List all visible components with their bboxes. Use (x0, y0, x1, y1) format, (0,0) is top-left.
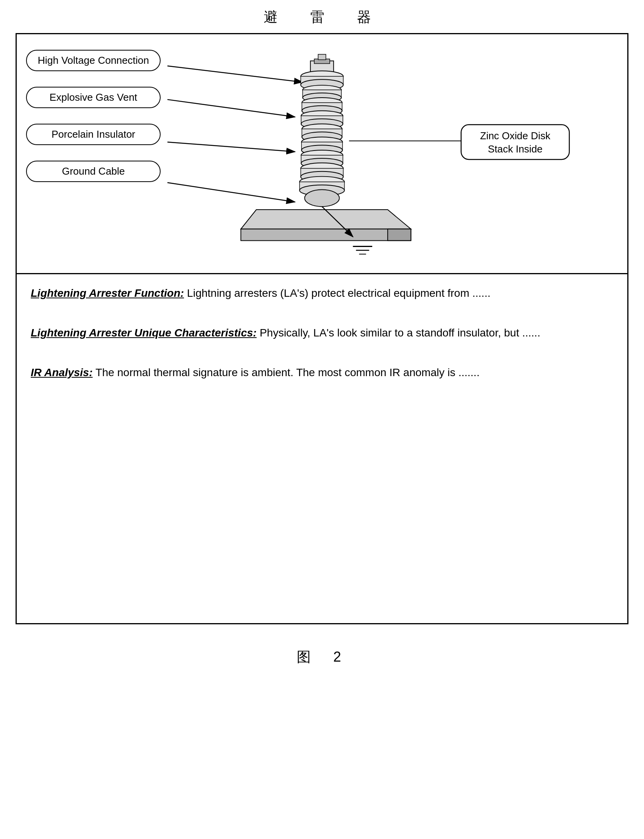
diagram-box: High Voltage Connection Explosive Gas Ve… (16, 33, 628, 274)
diagram-svg: Zinc Oxide Disk Stack Inside (17, 34, 627, 273)
characteristics-text: Physically, LA's look similar to a stand… (257, 327, 541, 339)
function-label: Lightening Arrester Function: (31, 287, 184, 299)
svg-marker-38 (388, 229, 411, 241)
svg-line-0 (168, 66, 303, 82)
figure-label: 图 (297, 649, 317, 665)
svg-line-3 (168, 183, 295, 202)
ir-text: The normal thermal signature is ambient.… (93, 366, 480, 378)
svg-text:Stack Inside: Stack Inside (488, 144, 542, 154)
info-block-characteristics: Lightening Arrester Unique Characteristi… (31, 325, 613, 341)
svg-text:Zinc Oxide Disk: Zinc Oxide Disk (480, 130, 550, 141)
figure-number: 2 (333, 649, 347, 665)
svg-point-35 (304, 189, 339, 207)
svg-rect-7 (318, 54, 326, 60)
info-section: Lightening Arrester Function: Lightning … (16, 274, 628, 624)
function-text: Lightning arresters (LA's) protect elect… (184, 287, 490, 299)
figure-caption: 图 2 (16, 648, 628, 667)
info-block-function: Lightening Arrester Function: Lightning … (31, 285, 613, 301)
svg-line-1 (168, 100, 295, 117)
svg-rect-37 (241, 229, 411, 241)
info-block-ir: IR Analysis: The normal thermal signatur… (31, 364, 613, 381)
ir-label: IR Analysis: (31, 366, 93, 378)
characteristics-label: Lightening Arrester Unique Characteristi… (31, 327, 257, 339)
svg-marker-36 (241, 210, 411, 229)
svg-line-2 (168, 142, 295, 152)
page-title: 避 雷 器 (16, 8, 628, 27)
